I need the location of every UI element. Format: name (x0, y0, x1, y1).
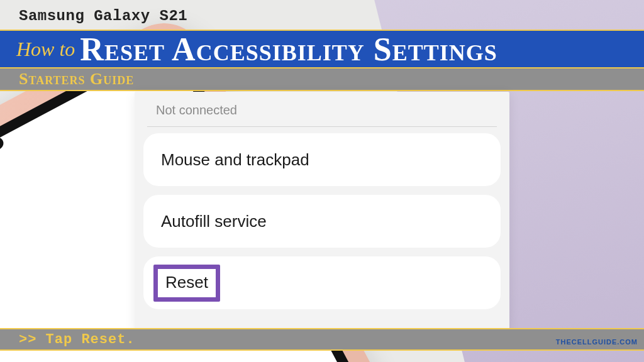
settings-panel: Not connected Mouse and trackpad Autofil… (135, 92, 509, 331)
subtitle-band: Starters Guide (0, 69, 644, 91)
settings-row-reset[interactable]: Reset (143, 256, 501, 309)
settings-row-label: Mouse and trackpad (161, 150, 309, 170)
device-label: Samsung Galaxy S21 (19, 8, 187, 25)
settings-row-mouse-trackpad[interactable]: Mouse and trackpad (143, 133, 501, 186)
settings-row-label: Reset (165, 273, 208, 292)
instruction-text: >> Tap Reset. (19, 332, 135, 348)
page-title: Reset Accessibility Settings (80, 31, 497, 68)
highlight-box: Reset (153, 265, 220, 302)
instruction-band: >> Tap Reset. (0, 328, 644, 351)
subtitle-label: Starters Guide (19, 70, 134, 89)
watermark: THECELLGUIDE.COM (556, 338, 638, 346)
title-band: How to Reset Accessibility Settings (0, 30, 644, 69)
tutorial-slide: Samsung Galaxy S21 How to Reset Accessib… (0, 0, 644, 362)
settings-row-label: Autofill service (161, 212, 267, 231)
divider (147, 126, 497, 127)
how-to-label: How to (16, 38, 75, 61)
settings-row-autofill[interactable]: Autofill service (143, 195, 501, 248)
connection-status: Not connected (143, 92, 501, 126)
